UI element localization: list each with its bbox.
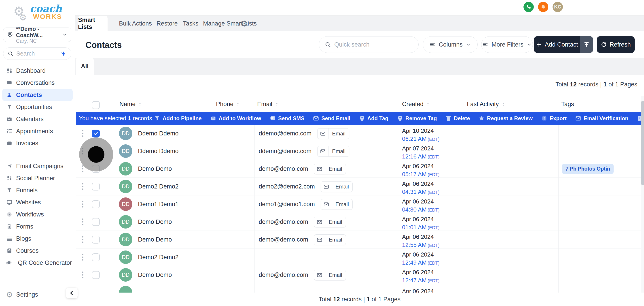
send-email-button[interactable]: Email <box>317 128 349 139</box>
records-summary-bottom: Total 12 records | 1 of 1 Pages <box>319 296 400 303</box>
column-header-last-activity[interactable]: Last Activity <box>467 96 506 112</box>
sort-icon[interactable] <box>426 101 430 108</box>
row-menu-icon[interactable] <box>82 165 84 172</box>
action-add-tag[interactable]: Add Tag <box>359 115 388 122</box>
sort-icon[interactable] <box>138 101 142 108</box>
tab-tasks[interactable]: Tasks <box>183 16 198 31</box>
column-header-phone[interactable]: Phone <box>216 96 240 112</box>
sidebar-item-workflows[interactable]: Workflows <box>0 208 75 220</box>
sidebar-item-forms[interactable]: Forms <box>0 220 75 233</box>
sidebar-item-social-planner[interactable]: Social Planner <box>0 172 75 184</box>
sidebar-item-appointments[interactable]: Appointments <box>0 125 75 137</box>
column-header-name[interactable]: Name <box>120 96 142 112</box>
row-menu-icon[interactable] <box>82 254 84 260</box>
quick-actions-bolt-icon[interactable] <box>60 50 67 57</box>
action-add-to-pipeline[interactable]: Add to Pipeline <box>154 115 202 122</box>
row-checkbox[interactable] <box>92 236 100 243</box>
row-menu-icon[interactable] <box>82 201 84 207</box>
add-contact-button[interactable]: Add Contact <box>534 36 593 53</box>
column-header-created[interactable]: Created <box>402 96 430 112</box>
action-send-email[interactable]: Send Email <box>313 115 350 122</box>
sidebar-item-settings[interactable]: ⚙ Settings <box>0 288 75 301</box>
more-filters-button[interactable]: More Filters <box>481 36 533 53</box>
created-date: Apr 06 2024 <box>402 163 440 170</box>
action-email-verification[interactable]: Email Verification <box>575 115 628 122</box>
sort-icon[interactable] <box>236 101 240 108</box>
sidebar-item-contacts[interactable]: Contacts <box>2 89 73 101</box>
sidebar-item-invoices[interactable]: Invoices <box>0 137 75 149</box>
select-all-checkbox[interactable] <box>92 101 100 109</box>
sidebar-search[interactable] <box>3 48 71 60</box>
sidebar-item-qr-code-generator[interactable]: QR Code Generator <box>0 257 75 269</box>
send-email-button[interactable]: Email <box>321 199 353 210</box>
column-label: Email <box>257 101 272 108</box>
columns-button[interactable]: Columns <box>423 36 478 53</box>
action-send-sms[interactable]: Send SMS <box>270 115 304 122</box>
module-tabs: Smart Lists Bulk ActionsRestoreTasksMana… <box>75 16 644 31</box>
sidebar-item-email-campaigns[interactable]: Email Campaigns <box>0 160 75 172</box>
sidebar-item-blogs[interactable]: Blogs <box>0 233 75 245</box>
scrollbar-thumb[interactable] <box>641 101 644 185</box>
import-contacts-button[interactable] <box>580 36 593 53</box>
sidebar-item-funnels[interactable]: Funnels <box>0 184 75 196</box>
tab-restore[interactable]: Restore <box>156 16 178 31</box>
send-email-button[interactable]: Email <box>314 217 346 227</box>
row-checkbox[interactable] <box>92 271 100 279</box>
row-menu-icon[interactable] <box>82 130 84 137</box>
smart-lists-settings-gear-icon[interactable]: ⚙ <box>240 16 248 31</box>
sidebar-item-dashboard[interactable]: Dashboard <box>0 65 75 77</box>
send-email-button[interactable]: Email <box>317 146 349 157</box>
contact-name[interactable]: Ddemo Ddemo <box>138 142 179 160</box>
row-menu-icon[interactable] <box>82 236 84 243</box>
action-remove-tag[interactable]: Remove Tag <box>397 115 437 122</box>
tab-manage-smart-lists[interactable]: Manage Smart Lists <box>203 16 257 31</box>
sidebar-item-courses[interactable]: Courses <box>0 245 75 257</box>
row-menu-icon[interactable] <box>82 271 84 278</box>
sidebar-item-opportunities[interactable]: Opportunities <box>0 101 75 113</box>
send-email-button[interactable]: Email <box>314 270 346 280</box>
contact-name[interactable]: Demo Demo <box>138 266 172 284</box>
sidebar-item-conversations[interactable]: Conversations <box>0 77 75 89</box>
view-tab-all[interactable]: All <box>76 58 94 75</box>
quick-search[interactable] <box>319 36 418 53</box>
contact-name[interactable]: Demo1 Demo1 <box>138 195 179 213</box>
row-menu-icon[interactable] <box>82 183 84 190</box>
row-menu-icon[interactable] <box>82 218 84 225</box>
action-delete[interactable]: Delete <box>446 115 470 122</box>
contact-name[interactable]: Demo Demo <box>138 231 172 248</box>
column-header-email[interactable]: Email <box>257 96 279 112</box>
row-checkbox[interactable] <box>92 130 100 137</box>
account-switcher[interactable]: **Demo - CoachW... Cary, NC <box>3 28 71 42</box>
row-checkbox[interactable] <box>92 183 100 190</box>
sort-icon[interactable] <box>274 101 279 108</box>
action-add-to-workflow[interactable]: Add to Workflow <box>210 115 261 122</box>
action-request-a-review[interactable]: Request a Review <box>478 115 533 122</box>
tab-bulk-actions[interactable]: Bulk Actions <box>119 16 152 31</box>
tag-badge[interactable]: 7 Pb Photos Optin <box>562 164 614 174</box>
refresh-button[interactable]: Refresh <box>597 36 634 53</box>
avatar: DD <box>119 233 132 246</box>
contact-name[interactable]: Demo2 Demo2 <box>138 248 179 266</box>
email-campaigns-icon <box>6 163 13 169</box>
vertical-scrollbar[interactable] <box>641 96 644 292</box>
sidebar-item-websites[interactable]: Websites <box>0 196 75 208</box>
sort-icon[interactable] <box>501 101 506 108</box>
tab-smart-lists[interactable]: Smart Lists <box>78 16 108 31</box>
send-email-button[interactable]: Email <box>321 181 353 192</box>
send-email-button[interactable]: Email <box>314 234 346 245</box>
send-email-button[interactable]: Email <box>314 164 346 174</box>
row-checkbox[interactable] <box>92 218 100 226</box>
contact-name[interactable]: Demo Demo <box>138 160 172 178</box>
contact-name[interactable]: Ddemo Ddemo <box>138 125 179 142</box>
sidebar-collapse-button[interactable] <box>66 288 78 298</box>
contact-name[interactable]: Demo Demo <box>138 213 172 231</box>
sidebar-item-calendars[interactable]: Calendars <box>0 113 75 125</box>
created-time: 01:01 AM <box>402 224 427 230</box>
row-checkbox[interactable] <box>92 200 100 208</box>
contact-name[interactable]: Demo2 Demo2 <box>138 178 179 195</box>
quick-search-input[interactable] <box>334 41 413 48</box>
action-export[interactable]: Export <box>541 115 567 122</box>
email-cell: demo@demo.comEmail <box>259 213 346 231</box>
sidebar-search-input[interactable] <box>16 50 58 57</box>
row-checkbox[interactable] <box>92 253 100 261</box>
